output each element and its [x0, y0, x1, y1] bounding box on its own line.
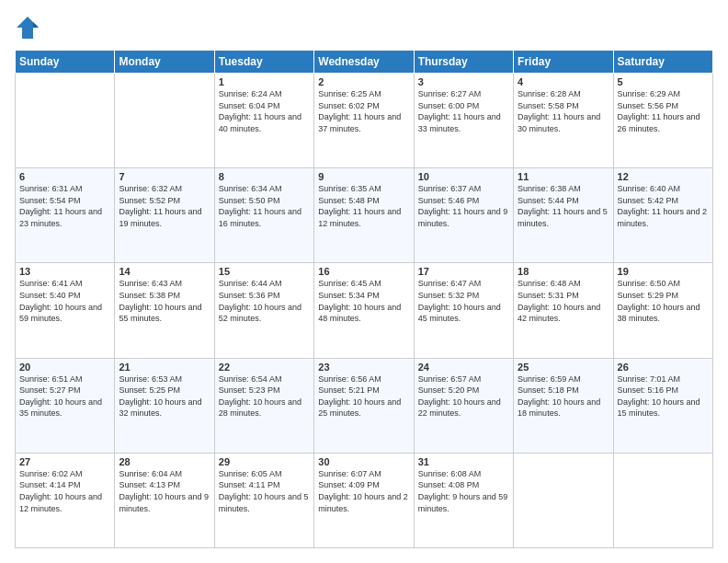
calendar-cell: 21Sunrise: 6:53 AM Sunset: 5:25 PM Dayli… [115, 358, 214, 453]
day-number: 23 [318, 362, 409, 373]
calendar-cell: 8Sunrise: 6:34 AM Sunset: 5:50 PM Daylig… [214, 168, 313, 263]
day-number: 26 [618, 362, 709, 373]
day-info: Sunrise: 6:50 AM Sunset: 5:29 PM Dayligh… [618, 278, 709, 324]
day-number: 6 [19, 171, 110, 182]
day-number: 7 [119, 171, 210, 182]
calendar-cell: 5Sunrise: 6:29 AM Sunset: 5:56 PM Daylig… [613, 74, 712, 168]
calendar-cell: 3Sunrise: 6:27 AM Sunset: 6:00 PM Daylig… [414, 74, 513, 168]
header [15, 15, 713, 40]
week-row-4: 20Sunrise: 6:51 AM Sunset: 5:27 PM Dayli… [16, 358, 713, 453]
day-number: 12 [618, 171, 709, 182]
day-number: 28 [119, 456, 210, 467]
calendar-cell: 10Sunrise: 6:37 AM Sunset: 5:46 PM Dayli… [414, 168, 513, 263]
calendar-cell: 26Sunrise: 7:01 AM Sunset: 5:16 PM Dayli… [613, 358, 712, 453]
day-info: Sunrise: 6:31 AM Sunset: 5:54 PM Dayligh… [19, 183, 110, 229]
calendar-cell [613, 453, 712, 547]
day-number: 25 [518, 362, 609, 373]
day-info: Sunrise: 6:40 AM Sunset: 5:42 PM Dayligh… [618, 183, 709, 229]
day-info: Sunrise: 6:43 AM Sunset: 5:38 PM Dayligh… [119, 278, 210, 324]
day-info: Sunrise: 6:32 AM Sunset: 5:52 PM Dayligh… [119, 183, 210, 229]
day-number: 3 [418, 76, 509, 87]
calendar-cell: 11Sunrise: 6:38 AM Sunset: 5:44 PM Dayli… [514, 168, 613, 263]
day-info: Sunrise: 6:07 AM Sunset: 4:09 PM Dayligh… [318, 468, 409, 514]
weekday-header-tuesday: Tuesday [214, 51, 313, 74]
page: SundayMondayTuesdayWednesdayThursdayFrid… [0, 0, 728, 563]
day-info: Sunrise: 6:47 AM Sunset: 5:32 PM Dayligh… [418, 278, 509, 324]
calendar-cell: 27Sunrise: 6:02 AM Sunset: 4:14 PM Dayli… [16, 453, 115, 547]
weekday-header-wednesday: Wednesday [314, 51, 414, 74]
calendar-cell: 12Sunrise: 6:40 AM Sunset: 5:42 PM Dayli… [613, 168, 712, 263]
svg-marker-1 [33, 22, 39, 28]
day-info: Sunrise: 6:45 AM Sunset: 5:34 PM Dayligh… [318, 278, 409, 324]
calendar-cell: 25Sunrise: 6:59 AM Sunset: 5:18 PM Dayli… [514, 358, 613, 453]
day-number: 30 [318, 456, 409, 467]
calendar-cell: 19Sunrise: 6:50 AM Sunset: 5:29 PM Dayli… [613, 263, 712, 358]
day-info: Sunrise: 6:38 AM Sunset: 5:44 PM Dayligh… [518, 183, 609, 229]
calendar-cell: 2Sunrise: 6:25 AM Sunset: 6:02 PM Daylig… [314, 74, 414, 168]
day-info: Sunrise: 6:35 AM Sunset: 5:48 PM Dayligh… [318, 183, 409, 229]
day-info: Sunrise: 6:54 AM Sunset: 5:23 PM Dayligh… [219, 373, 310, 419]
calendar-cell: 20Sunrise: 6:51 AM Sunset: 5:27 PM Dayli… [16, 358, 115, 453]
calendar-cell: 28Sunrise: 6:04 AM Sunset: 4:13 PM Dayli… [115, 453, 214, 547]
day-info: Sunrise: 6:59 AM Sunset: 5:18 PM Dayligh… [518, 373, 609, 419]
day-number: 27 [19, 456, 110, 467]
weekday-header-saturday: Saturday [613, 51, 712, 74]
week-row-2: 6Sunrise: 6:31 AM Sunset: 5:54 PM Daylig… [16, 168, 713, 263]
calendar-table: SundayMondayTuesdayWednesdayThursdayFrid… [15, 50, 713, 548]
calendar-cell: 17Sunrise: 6:47 AM Sunset: 5:32 PM Dayli… [414, 263, 513, 358]
day-info: Sunrise: 6:44 AM Sunset: 5:36 PM Dayligh… [219, 278, 310, 324]
week-row-5: 27Sunrise: 6:02 AM Sunset: 4:14 PM Dayli… [16, 453, 713, 547]
week-row-3: 13Sunrise: 6:41 AM Sunset: 5:40 PM Dayli… [16, 263, 713, 358]
day-number: 1 [219, 76, 310, 87]
logo [15, 15, 44, 40]
day-number: 19 [618, 266, 709, 277]
day-info: Sunrise: 6:08 AM Sunset: 4:08 PM Dayligh… [418, 468, 509, 514]
day-info: Sunrise: 6:29 AM Sunset: 5:56 PM Dayligh… [618, 88, 709, 134]
day-number: 11 [518, 171, 609, 182]
calendar-cell: 15Sunrise: 6:44 AM Sunset: 5:36 PM Dayli… [214, 263, 313, 358]
day-number: 22 [219, 362, 310, 373]
day-number: 21 [119, 362, 210, 373]
day-number: 10 [418, 171, 509, 182]
day-info: Sunrise: 6:28 AM Sunset: 5:58 PM Dayligh… [518, 88, 609, 134]
calendar-cell: 6Sunrise: 6:31 AM Sunset: 5:54 PM Daylig… [16, 168, 115, 263]
day-info: Sunrise: 6:57 AM Sunset: 5:20 PM Dayligh… [418, 373, 509, 419]
day-info: Sunrise: 6:02 AM Sunset: 4:14 PM Dayligh… [19, 468, 110, 514]
day-info: Sunrise: 7:01 AM Sunset: 5:16 PM Dayligh… [618, 373, 709, 419]
calendar-cell: 18Sunrise: 6:48 AM Sunset: 5:31 PM Dayli… [514, 263, 613, 358]
day-info: Sunrise: 6:41 AM Sunset: 5:40 PM Dayligh… [19, 278, 110, 324]
day-number: 18 [518, 266, 609, 277]
day-number: 4 [518, 76, 609, 87]
logo-icon [15, 15, 40, 40]
calendar-cell: 9Sunrise: 6:35 AM Sunset: 5:48 PM Daylig… [314, 168, 414, 263]
calendar-cell [115, 74, 214, 168]
weekday-header-friday: Friday [514, 51, 613, 74]
day-info: Sunrise: 6:27 AM Sunset: 6:00 PM Dayligh… [418, 88, 509, 134]
day-info: Sunrise: 6:25 AM Sunset: 6:02 PM Dayligh… [318, 88, 409, 134]
weekday-header-row: SundayMondayTuesdayWednesdayThursdayFrid… [16, 51, 713, 74]
day-number: 31 [418, 456, 509, 467]
day-number: 14 [119, 266, 210, 277]
calendar-cell: 13Sunrise: 6:41 AM Sunset: 5:40 PM Dayli… [16, 263, 115, 358]
day-number: 17 [418, 266, 509, 277]
day-info: Sunrise: 6:53 AM Sunset: 5:25 PM Dayligh… [119, 373, 210, 419]
calendar-cell: 22Sunrise: 6:54 AM Sunset: 5:23 PM Dayli… [214, 358, 313, 453]
week-row-1: 1Sunrise: 6:24 AM Sunset: 6:04 PM Daylig… [16, 74, 713, 168]
weekday-header-thursday: Thursday [414, 51, 513, 74]
day-info: Sunrise: 6:48 AM Sunset: 5:31 PM Dayligh… [518, 278, 609, 324]
calendar-cell: 16Sunrise: 6:45 AM Sunset: 5:34 PM Dayli… [314, 263, 414, 358]
weekday-header-monday: Monday [115, 51, 214, 74]
day-info: Sunrise: 6:04 AM Sunset: 4:13 PM Dayligh… [119, 468, 210, 514]
calendar-cell: 30Sunrise: 6:07 AM Sunset: 4:09 PM Dayli… [314, 453, 414, 547]
calendar-cell: 24Sunrise: 6:57 AM Sunset: 5:20 PM Dayli… [414, 358, 513, 453]
calendar-cell: 14Sunrise: 6:43 AM Sunset: 5:38 PM Dayli… [115, 263, 214, 358]
calendar-cell: 23Sunrise: 6:56 AM Sunset: 5:21 PM Dayli… [314, 358, 414, 453]
calendar-cell: 1Sunrise: 6:24 AM Sunset: 6:04 PM Daylig… [214, 74, 313, 168]
day-info: Sunrise: 6:51 AM Sunset: 5:27 PM Dayligh… [19, 373, 110, 419]
day-number: 5 [618, 76, 709, 87]
day-number: 20 [19, 362, 110, 373]
day-number: 2 [318, 76, 409, 87]
day-info: Sunrise: 6:34 AM Sunset: 5:50 PM Dayligh… [219, 183, 310, 229]
day-number: 13 [19, 266, 110, 277]
day-number: 16 [318, 266, 409, 277]
